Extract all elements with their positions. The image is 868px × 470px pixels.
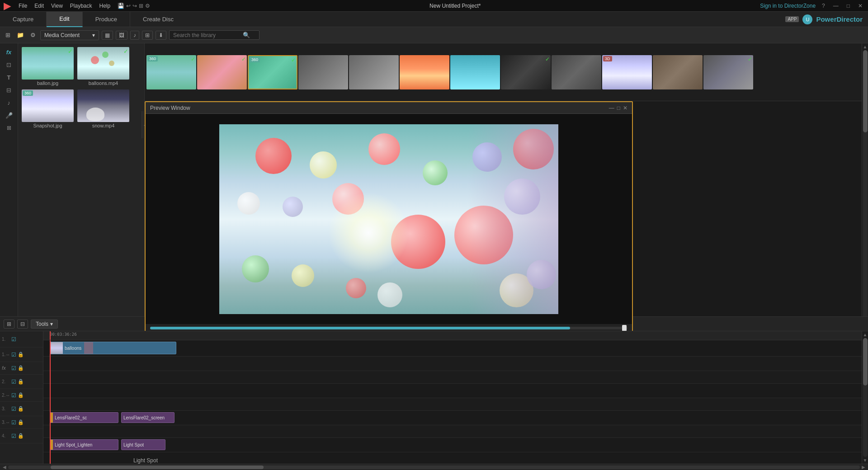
sidebar-fx[interactable]: fx	[2, 46, 16, 58]
strip-item-9[interactable]	[552, 55, 601, 89]
sidebar-subtitle[interactable]: ⊠	[2, 122, 16, 134]
view-btn-1[interactable]: ▦	[102, 31, 113, 40]
preview-minimize-btn[interactable]: —	[609, 105, 614, 111]
nav-produce[interactable]: Produce	[83, 12, 130, 27]
toolbar-icon-btn-3[interactable]: ⚙	[28, 31, 38, 39]
track-2-lock[interactable]: 🔒	[18, 379, 24, 385]
clip-lightspot2[interactable]: Light Spot	[121, 439, 165, 450]
track-3-lock[interactable]: 🔒	[18, 406, 24, 412]
clip-lightspot1[interactable]: Light Spot_Lighten	[50, 439, 118, 450]
strip-item-10[interactable]: 3D	[602, 55, 652, 89]
track-label-2a: 2.↔ ☑ 🔒	[0, 389, 43, 402]
track-1-check[interactable]: ☑	[11, 336, 16, 343]
help-btn[interactable]: ?	[820, 3, 827, 9]
tl-fit-btn[interactable]: ⊞	[4, 320, 14, 329]
track-4-check[interactable]: ☑	[11, 433, 16, 439]
toolbar-icon-btn-2[interactable]: 📁	[15, 31, 26, 39]
media-item-balloons[interactable]: ✓ balloons.mp4	[77, 47, 129, 86]
minimize-btn[interactable]: —	[831, 3, 840, 9]
media-label-snow: snow.mp4	[92, 123, 115, 128]
view-btn-4[interactable]: ⊞	[142, 31, 153, 40]
track-row-4: Light Spot_Lighten Light Spot	[43, 438, 862, 452]
clip-lightspot1-label: Light Spot_Lighten	[53, 442, 94, 447]
media-content-dropdown[interactable]: Media Content ▾	[40, 30, 99, 40]
expand-panel-btn[interactable]: ◀	[142, 111, 145, 138]
tl-scroll-right[interactable]: ▶	[862, 465, 865, 470]
clip-lensflare2-label: LensFlare02_screen	[122, 415, 166, 420]
preview-video-area	[146, 114, 632, 324]
tl-h-scrollbar-thumb[interactable]	[51, 465, 264, 469]
track-3a-check[interactable]: ☑	[11, 419, 16, 426]
clip-balloons-label: balloons	[63, 346, 83, 351]
sidebar-title[interactable]: T	[2, 71, 16, 83]
download-btn[interactable]: ⬇	[156, 31, 166, 40]
sidebar-transition[interactable]: ⊡	[2, 59, 16, 70]
tl-tools-dropdown[interactable]: Tools ▾	[31, 320, 58, 329]
preview-progress-thumb[interactable]	[622, 325, 627, 331]
clip-lightspot2-label: Light Spot	[122, 442, 146, 447]
preview-restore-btn[interactable]: □	[617, 105, 620, 111]
menu-file[interactable]: File	[16, 3, 30, 9]
track-row-3: LensFlare02_sc LensFlare02_screen	[43, 411, 862, 425]
tl-split-btn[interactable]: ⊟	[17, 320, 28, 329]
search-bar[interactable]: 🔍	[169, 30, 259, 40]
tl-scroll-left[interactable]: ◀	[3, 465, 6, 470]
strip-item-8[interactable]: ✓	[501, 55, 551, 89]
nav-edit[interactable]: Edit	[47, 12, 82, 27]
app-logo: ▶	[4, 0, 10, 11]
nav-create-disc[interactable]: Create Disc	[130, 12, 186, 27]
media-item-snapshot[interactable]: 360 Snapshot.jpg	[22, 89, 74, 128]
app-badge: APP	[785, 16, 799, 22]
scroll-up-btn[interactable]: ▲	[863, 44, 868, 49]
strip-item-7[interactable]	[450, 55, 500, 89]
clip-lensflare2[interactable]: LensFlare02_screen	[121, 412, 175, 423]
strip-item-4[interactable]	[298, 55, 348, 89]
track-label-2: 2. ☑ 🔒	[0, 375, 43, 389]
menu-playback[interactable]: Playback	[67, 3, 95, 9]
clip-balloons[interactable]: balloons	[50, 342, 176, 354]
strip-item-5[interactable]	[349, 55, 399, 89]
track-3-check[interactable]: ☑	[11, 406, 16, 412]
toolbar-icon-btn-1[interactable]: ⊞	[4, 31, 12, 39]
menu-view[interactable]: View	[48, 3, 66, 9]
strip-item-12[interactable]: ✓	[703, 55, 753, 89]
view-btn-3[interactable]: ♪	[130, 31, 139, 40]
strip-item-1[interactable]: 360 ✓	[146, 55, 196, 89]
user-avatar: U	[802, 14, 812, 24]
sidebar-pip[interactable]: ⊟	[2, 84, 16, 96]
sidebar-music[interactable]: ♪	[2, 97, 16, 108]
track-fx-lock[interactable]: 🔒	[18, 365, 24, 371]
sidebar-audio-record[interactable]: 🎤	[2, 109, 16, 121]
track-3a-lock[interactable]: 🔒	[18, 419, 24, 425]
track-1a-lock[interactable]: 🔒	[18, 352, 24, 357]
track-2-check[interactable]: ☑	[11, 379, 16, 385]
strip-item-11[interactable]	[653, 55, 703, 89]
track-fx-check[interactable]: ☑	[11, 365, 16, 371]
menu-help[interactable]: Help	[97, 3, 113, 9]
view-btn-2[interactable]: 🖼	[116, 31, 127, 40]
close-btn[interactable]: ✕	[856, 3, 864, 9]
track-row-1a	[43, 357, 862, 371]
search-input[interactable]	[173, 32, 241, 38]
maximize-btn[interactable]: □	[845, 3, 852, 9]
track-4-lock[interactable]: 🔒	[18, 433, 24, 439]
tl-scroll-down[interactable]: ▼	[863, 458, 868, 463]
strip-item-3[interactable]: 360 ✓	[248, 55, 297, 89]
preview-close-btn[interactable]: ✕	[623, 105, 627, 111]
strip-item-2[interactable]: ✓	[197, 55, 247, 89]
media-item-ballon[interactable]: ✓ ballon.jpg	[22, 47, 74, 86]
tl-v-scrollbar-thumb[interactable]	[863, 338, 868, 385]
v-scrollbar-thumb[interactable]	[863, 50, 868, 132]
media-item-snow[interactable]: snow.mp4	[77, 89, 129, 128]
tl-scroll-up[interactable]: ▲	[863, 332, 868, 337]
track-2a-check[interactable]: ☑	[11, 392, 16, 399]
nav-capture[interactable]: Capture	[0, 12, 47, 27]
sign-in-link[interactable]: Sign in to DirectorZone	[760, 3, 816, 9]
menu-edit[interactable]: Edit	[32, 3, 47, 9]
clip-lensflare1[interactable]: LensFlare02_sc	[50, 412, 118, 423]
strip-item-6[interactable]	[400, 55, 449, 89]
track-2a-lock[interactable]: 🔒	[18, 392, 24, 398]
track-1a-check[interactable]: ☑	[11, 352, 16, 358]
brand-name: PowerDirector	[816, 15, 863, 23]
toolbar-icons: 💾 ↩ ↪ ⊞ ⚙	[118, 3, 150, 9]
